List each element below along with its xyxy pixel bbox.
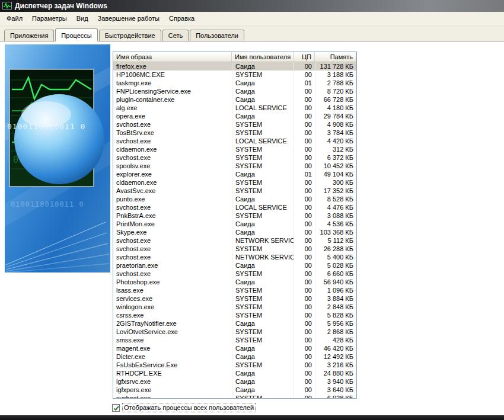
table-row[interactable]: Dicter.exeСаида0012 492 КБ xyxy=(113,352,356,361)
column-header-cpu[interactable]: ЦП xyxy=(294,52,315,62)
table-row[interactable]: svchost.exeSYSTEM006 372 КБ xyxy=(113,153,356,162)
process-name: services.exe xyxy=(113,294,232,303)
table-row[interactable]: LoviOtvetService.exeSYSTEM002 868 КБ xyxy=(113,328,356,336)
cpu-value: 00 xyxy=(294,70,315,79)
table-row[interactable]: svchost.exeSYSTEM004 908 КБ xyxy=(113,120,356,129)
column-header-memory[interactable]: Память xyxy=(315,52,356,62)
process-list[interactable]: Имя образаИмя пользователяЦППамять firef… xyxy=(113,52,357,399)
menu-item-view[interactable]: Вид xyxy=(72,13,93,24)
menu-item-options[interactable]: Параметры xyxy=(27,13,72,24)
table-row[interactable]: igfxsrvc.exeСаида003 940 КБ xyxy=(113,377,356,386)
cpu-value: 00 xyxy=(294,253,315,261)
show-all-users-label[interactable]: Отображать процессы всех пользователей xyxy=(123,403,255,412)
table-row[interactable]: TosBtSrv.exeSYSTEM003 784 КБ xyxy=(113,129,356,137)
table-row[interactable]: 2GISTrayNotifier.exeСаида005 956 КБ xyxy=(113,319,356,328)
column-header-user-name[interactable]: Имя пользователя xyxy=(232,52,294,62)
table-row[interactable]: AvastSvc.exeSYSTEM0017 352 КБ xyxy=(113,187,356,195)
table-row[interactable]: svchost.exeSYSTEM0026 288 КБ xyxy=(113,245,356,253)
memory-value: 3 188 КБ xyxy=(315,70,356,79)
table-row[interactable]: services.exeSYSTEM003 884 КБ xyxy=(113,294,356,303)
table-row[interactable]: svchost.exeNETWORK SERVICE005 400 КБ xyxy=(113,253,356,261)
table-row[interactable]: igfxpers.exeСаида003 640 КБ xyxy=(113,386,356,394)
tab-networking[interactable]: Сеть xyxy=(162,30,189,41)
table-row[interactable]: spoolsv.exeSYSTEM0010 452 КБ xyxy=(113,162,356,170)
table-row[interactable]: svchost.exeLOCAL SERVICE004 420 КБ xyxy=(113,137,356,145)
user-name: Саида xyxy=(232,87,294,95)
table-row[interactable]: svchost.exeLOCAL SERVICE004 476 КБ xyxy=(113,203,356,211)
cpu-value: 00 xyxy=(294,261,315,270)
memory-value: 8 720 КБ xyxy=(315,87,356,95)
cpu-value: 01 xyxy=(294,170,315,178)
memory-value: 4 476 КБ xyxy=(315,203,356,211)
show-all-users-row: Отображать процессы всех пользователей xyxy=(112,403,255,412)
user-name: Саида xyxy=(232,62,294,70)
memory-value: 3 884 КБ xyxy=(315,294,356,303)
memory-value: 131 728 КБ xyxy=(315,62,356,70)
table-row[interactable]: cidaemon.exeSYSTEM00300 КБ xyxy=(113,178,356,187)
user-name: SYSTEM xyxy=(232,153,294,162)
table-row[interactable]: opera.exeСаида0029 784 КБ xyxy=(113,112,356,120)
tab-users[interactable]: Пользователи xyxy=(190,30,244,41)
table-row[interactable]: winlogon.exeSYSTEM002 848 КБ xyxy=(113,303,356,311)
menu-item-shutdown[interactable]: Завершение работы xyxy=(93,13,164,24)
user-name: SYSTEM xyxy=(232,311,294,319)
table-row[interactable]: csrss.exeSYSTEM005 828 КБ xyxy=(113,311,356,319)
memory-value: 103 368 КБ xyxy=(315,228,356,236)
table-row[interactable]: svchost.exeNETWORK SERVICE005 112 КБ xyxy=(113,236,356,245)
window-title: Диспетчер задач Windows xyxy=(15,2,107,10)
tab-strip: ПриложенияПроцессыБыстродействиеСетьПоль… xyxy=(0,25,504,41)
table-row[interactable]: Skype.exeСаида00103 368 КБ xyxy=(113,228,356,236)
menu-item-help[interactable]: Справка xyxy=(164,13,199,24)
process-name: LoviOtvetService.exe xyxy=(113,328,232,336)
table-row[interactable]: lsass.exeSYSTEM001 096 КБ xyxy=(113,286,356,294)
table-row[interactable]: FNPLicensingService.exeСаида008 720 КБ xyxy=(113,87,356,95)
cpu-value: 00 xyxy=(294,386,315,394)
memory-value: 26 288 КБ xyxy=(315,245,356,253)
table-row[interactable]: smss.exeSYSTEM00428 КБ xyxy=(113,336,356,344)
tab-processes[interactable]: Процессы xyxy=(55,28,97,41)
table-row[interactable]: RTHDCPL.EXEСаида0024 880 КБ xyxy=(113,369,356,377)
tab-applications[interactable]: Приложения xyxy=(4,30,54,41)
table-row[interactable]: alg.exeLOCAL SERVICE004 180 КБ xyxy=(113,104,356,112)
table-row[interactable]: cidaemon.exeSYSTEM00312 КБ xyxy=(113,145,356,153)
menu-item-file[interactable]: Файл xyxy=(2,13,27,24)
table-row[interactable]: plugin-container.exeСаида0066 728 КБ xyxy=(113,95,356,104)
table-row[interactable]: HP1006MC.EXESYSTEM003 188 КБ xyxy=(113,70,356,79)
cpu-value: 00 xyxy=(294,137,315,145)
tab-performance[interactable]: Быстродействие xyxy=(99,30,161,41)
cpu-value: 00 xyxy=(294,328,315,336)
table-row[interactable]: punto.exeСаида008 528 КБ xyxy=(113,195,356,203)
table-row[interactable]: explorer.exeСаида0149 104 КБ xyxy=(113,170,356,178)
table-row[interactable]: praetorian.exeСаида005 028 КБ xyxy=(113,261,356,270)
table-row[interactable]: Photoshop.exeСаида0056 940 КБ xyxy=(113,278,356,286)
table-row[interactable]: magent.exeСаида0046 420 КБ xyxy=(113,344,356,352)
show-all-users-checkbox[interactable] xyxy=(112,404,120,412)
table-row[interactable]: PrintMon.exeСаида004 536 КБ xyxy=(113,220,356,228)
table-row[interactable]: svchost.exeSYSTEM006 660 КБ xyxy=(113,270,356,278)
user-name: SYSTEM xyxy=(232,162,294,170)
process-list-header: Имя образаИмя пользователяЦППамять xyxy=(113,52,356,62)
user-name: LOCAL SERVICE xyxy=(232,203,294,211)
process-name: RTHDCPL.EXE xyxy=(113,369,232,377)
table-row[interactable]: PnkBstrA.exeSYSTEM003 088 КБ xyxy=(113,211,356,220)
user-name: SYSTEM xyxy=(232,145,294,153)
cpu-value: 00 xyxy=(294,319,315,328)
process-name: svchost.exe xyxy=(113,137,232,145)
column-header-image-name[interactable]: Имя образа xyxy=(113,52,232,62)
memory-value: 4 180 КБ xyxy=(315,104,356,112)
user-name: SYSTEM xyxy=(232,303,294,311)
table-row[interactable]: FsUsbExService.ExeSYSTEM003 216 КБ xyxy=(113,361,356,369)
table-row[interactable]: taskmgr.exeСаида012 788 КБ xyxy=(113,79,356,87)
cpu-value: 00 xyxy=(294,270,315,278)
process-name: Dicter.exe xyxy=(113,352,232,361)
process-name: TosBtSrv.exe xyxy=(113,129,232,137)
cpu-value: 00 xyxy=(294,187,315,195)
user-name: SYSTEM xyxy=(232,187,294,195)
process-name: PnkBstrA.exe xyxy=(113,211,232,220)
user-name: NETWORK SERVICE xyxy=(232,253,294,261)
process-name: igfxpers.exe xyxy=(113,386,232,394)
cpu-value: 00 xyxy=(294,145,315,153)
memory-value: 300 КБ xyxy=(315,178,356,187)
table-row[interactable]: svchost.exeSYSTEM006 028 КБ xyxy=(113,394,356,399)
table-row[interactable]: firefox.exeСаида00131 728 КБ xyxy=(113,62,356,70)
